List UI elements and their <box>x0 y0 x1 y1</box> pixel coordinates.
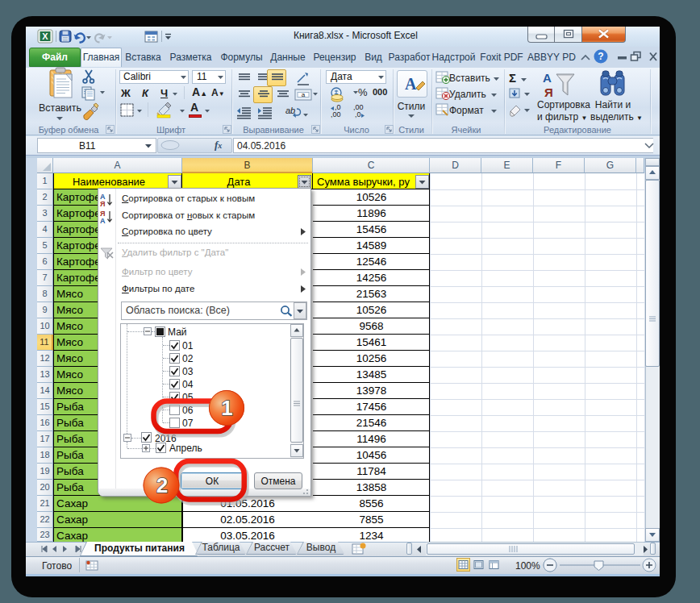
svg-text:,00: ,00 <box>331 110 341 119</box>
svg-text:,0: ,0 <box>355 110 361 119</box>
svg-text:a: a <box>302 91 306 98</box>
svg-text:?: ? <box>598 51 603 62</box>
svg-text:А: А <box>100 217 106 225</box>
svg-text:Я: Я <box>544 85 553 99</box>
svg-text:Я: Я <box>100 200 105 208</box>
svg-text:X: X <box>42 31 48 41</box>
svg-text:ab: ab <box>285 106 295 115</box>
svg-text:A: A <box>405 75 417 93</box>
svg-text:А: А <box>543 71 552 85</box>
